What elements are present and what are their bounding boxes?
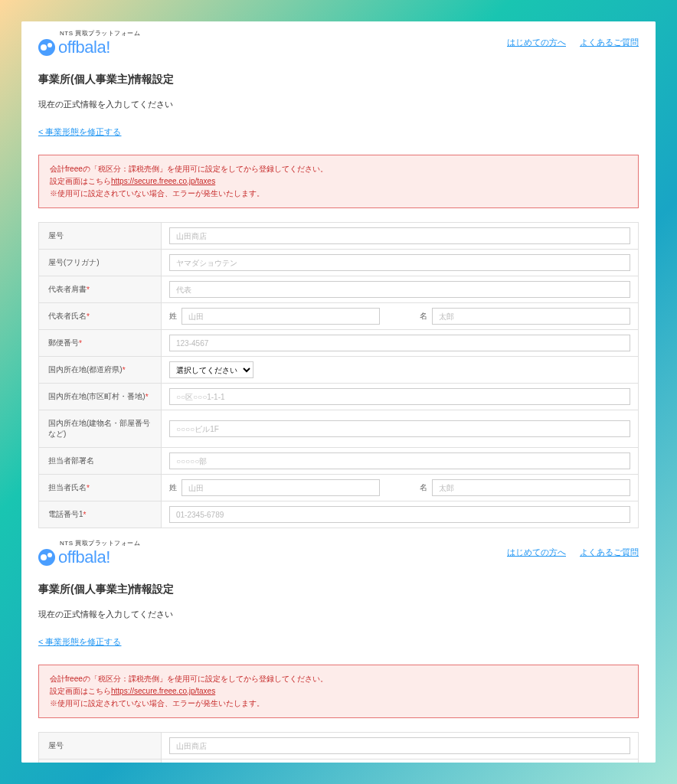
link-faq-2[interactable]: よくあるご質問	[580, 547, 639, 558]
alert-line-2: 設定画面はこちらhttps://secure.freee.co.jp/taxes	[50, 175, 627, 188]
input-phone[interactable]	[169, 506, 630, 523]
link-first-time[interactable]: はじめての方へ	[507, 37, 566, 48]
label-trade-name-kana-2: 屋号(フリガナ)	[39, 760, 162, 763]
logo-icon	[38, 39, 55, 56]
input-dept[interactable]	[169, 452, 630, 469]
logo-icon-2	[38, 549, 55, 566]
label-rep-title: 代表者肩書*	[39, 276, 162, 302]
logo-2[interactable]: offbala!	[38, 547, 110, 567]
input-rep-title[interactable]	[169, 281, 630, 298]
page-title: 事業所(個人事業主)情報設定	[38, 73, 639, 87]
logo-text-2: offbala!	[58, 547, 110, 567]
alert-line-2b: 設定画面はこちらhttps://secure.freee.co.jp/taxes	[50, 685, 627, 697]
label-rep-name: 代表者氏名*	[39, 303, 162, 329]
logo[interactable]: offbala!	[38, 38, 110, 57]
alert-line-3b: ※使用可に設定されていない場合、エラーが発生いたします。	[50, 697, 627, 710]
header-links-2: はじめての方へ よくあるご質問	[507, 547, 639, 558]
label-mei-2: 名	[420, 482, 427, 493]
label-phone: 電話番号1*	[39, 501, 162, 528]
logo-text: offbala!	[58, 38, 110, 57]
label-trade-name-2: 屋号	[39, 733, 162, 759]
alert-box: 会計freeeの「税区分：課税売倒」を使用可に設定をしてから登録してください。 …	[38, 155, 639, 208]
label-trade-name: 屋号	[39, 223, 162, 249]
form-table-2: 屋号 屋号(フリガナ) 代表者肩書* 代表者氏名* 姓	[38, 732, 639, 763]
subtitle-2: 現在の正式情報を入力してください	[38, 609, 639, 620]
label-postal: 郵便番号*	[39, 330, 162, 356]
input-contact-mei[interactable]	[432, 479, 630, 496]
label-sei: 姓	[169, 311, 177, 322]
select-pref[interactable]: 選択してください	[169, 361, 253, 378]
header-2: NTS 買取プラットフォーム offbala! はじめての方へ よくあるご質問	[38, 539, 639, 567]
subtitle: 現在の正式情報を入力してください	[38, 99, 639, 110]
input-contact-sei[interactable]	[182, 479, 380, 496]
link-faq[interactable]: よくあるご質問	[580, 37, 639, 48]
alert-line-1: 会計freeeの「税区分：課税売倒」を使用可に設定をしてから登録してください。	[50, 163, 627, 175]
page-title-2: 事業所(個人事業主)情報設定	[38, 583, 639, 596]
form-table: 屋号 屋号(フリガナ) 代表者肩書* 代表者氏名* 姓	[38, 222, 639, 528]
alert-link-2[interactable]: https://secure.freee.co.jp/taxes	[111, 687, 215, 695]
input-trade-name[interactable]	[169, 227, 630, 244]
input-postal[interactable]	[169, 335, 630, 351]
input-trade-name-kana[interactable]	[169, 254, 630, 271]
input-bldg[interactable]	[169, 420, 630, 437]
label-contact-name: 担当者氏名*	[39, 475, 162, 501]
input-trade-name-2[interactable]	[169, 737, 630, 754]
alert-line-3: ※使用可に設定されていない場合、エラーが発生いたします。	[50, 188, 627, 200]
label-bldg: 国内所在地(建物名・部屋番号など)	[39, 410, 162, 447]
label-dept: 担当者部署名	[39, 448, 162, 474]
label-mei: 名	[420, 311, 427, 322]
header-links: はじめての方へ よくあるご質問	[507, 37, 639, 48]
header: NTS 買取プラットフォーム offbala! はじめての方へ よくあるご質問	[38, 29, 639, 57]
input-city[interactable]	[169, 388, 630, 405]
back-link-2[interactable]: < 事業形態を修正する	[38, 636, 121, 648]
input-rep-mei[interactable]	[432, 308, 630, 325]
logo-block: NTS 買取プラットフォーム offbala!	[38, 29, 140, 57]
label-pref: 国内所在地(都道府県)*	[39, 357, 162, 383]
back-link[interactable]: < 事業形態を修正する	[38, 126, 121, 138]
label-trade-name-kana: 屋号(フリガナ)	[39, 250, 162, 276]
alert-link[interactable]: https://secure.freee.co.jp/taxes	[111, 177, 215, 185]
input-rep-sei[interactable]	[182, 308, 380, 325]
label-city: 国内所在地(市区町村・番地)*	[39, 384, 162, 410]
label-sei-2: 姓	[169, 482, 177, 493]
alert-box-2: 会計freeeの「税区分：課税売倒」を使用可に設定をしてから登録してください。 …	[38, 665, 639, 718]
tagline: NTS 買取プラットフォーム	[60, 29, 140, 38]
alert-line-1b: 会計freeeの「税区分：課税売倒」を使用可に設定をしてから登録してください。	[50, 673, 627, 685]
link-first-time-2[interactable]: はじめての方へ	[507, 547, 566, 558]
logo-block-2: NTS 買取プラットフォーム offbala!	[38, 539, 140, 567]
tagline-2: NTS 買取プラットフォーム	[60, 539, 140, 547]
